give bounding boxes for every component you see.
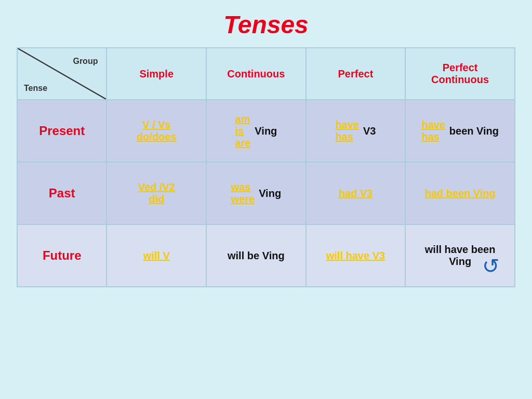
past-perfect-cont-cell: had been Ving [405, 162, 515, 224]
future-continuous-cell: will be Ving [206, 224, 306, 287]
future-simple-will-v: will V [143, 250, 170, 261]
corner-group-label: Group [73, 57, 98, 66]
past-continuous-cell: was were Ving [206, 162, 306, 224]
future-perf-formula: will have V3 [326, 250, 385, 261]
undo-arrow-icon[interactable]: ↺ [482, 254, 500, 278]
header-row: Group Tense Simple Continuous Perfect Pe… [17, 48, 515, 100]
present-perf-v3: V3 [363, 125, 376, 137]
col-header-continuous: Continuous [206, 48, 306, 100]
present-pc-been-ving: been Ving [449, 125, 499, 137]
past-tense-cell: Past [17, 162, 107, 224]
past-cont-were: were [231, 193, 255, 205]
present-perfect-cell: have has V3 [306, 100, 406, 162]
corner-cell: Group Tense [17, 48, 107, 100]
present-perf-have: have [335, 119, 359, 131]
present-pc-has: has [421, 131, 439, 143]
future-cont-formula: will be Ving [228, 250, 285, 261]
present-continuous-cell: am is are Ving [206, 100, 306, 162]
past-simple-cell: Ved /V2 did [107, 162, 206, 224]
past-label: Past [49, 186, 75, 200]
future-label: Future [43, 248, 82, 262]
present-cont-ving: Ving [255, 125, 277, 137]
past-simple-did: did [149, 193, 164, 205]
present-simple-formula2: do/does [137, 131, 177, 143]
past-pc-had-been-ving: had been Ving [424, 188, 495, 200]
present-perf-has: has [335, 131, 353, 143]
present-cont-is: is [235, 125, 244, 137]
past-perfect-cell: had V3 [306, 162, 406, 224]
col-header-perfect-continuous: PerfectContinuous [405, 48, 515, 100]
past-perf-had-v3: had V3 [339, 188, 373, 200]
present-row: Present V / Vs do/does am is are [17, 100, 515, 162]
tenses-table: Group Tense Simple Continuous Perfect Pe… [17, 47, 515, 287]
present-tense-cell: Present [17, 100, 107, 162]
past-cont-ving: Ving [259, 188, 281, 200]
past-row: Past Ved /V2 did was were Ving [17, 162, 515, 224]
present-cont-are: are [235, 137, 250, 149]
present-perfect-cont-cell: have has been Ving [405, 100, 515, 162]
present-simple-cell: V / Vs do/does [107, 100, 206, 162]
page-title: Tenses [223, 10, 309, 39]
perfect-continuous-label: PerfectContinuous [431, 62, 489, 85]
past-simple-ved: Ved /V2 [138, 181, 175, 193]
future-simple-cell: will V [107, 224, 206, 287]
present-simple-formula: V / Vs [142, 119, 170, 131]
future-row: Future will V will be Ving will have V3 … [17, 224, 515, 287]
corner-tense-label: Tense [24, 84, 47, 93]
future-perfect-cell: will have V3 [306, 224, 406, 287]
col-header-perfect: Perfect [306, 48, 406, 100]
present-cont-am: am [235, 113, 250, 125]
col-header-simple: Simple [107, 48, 206, 100]
present-pc-have: have [421, 119, 445, 131]
future-tense-cell: Future [17, 224, 107, 287]
present-label: Present [39, 124, 85, 138]
past-cont-was: was [231, 181, 251, 193]
